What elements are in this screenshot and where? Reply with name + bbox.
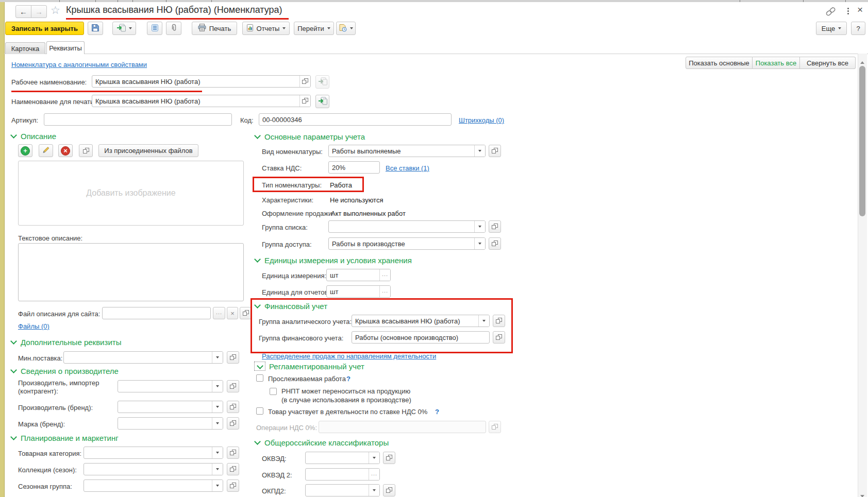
more-button[interactable]: Еще bbox=[816, 22, 847, 35]
collapse-all-button[interactable]: Свернуть все bbox=[800, 57, 856, 69]
unit-input[interactable]: шт... bbox=[326, 269, 391, 281]
min-supply-combo[interactable] bbox=[63, 351, 223, 364]
section-units[interactable]: Единицы измерения и условия хранения bbox=[255, 256, 412, 265]
section-description[interactable]: Описание bbox=[11, 132, 56, 141]
vat-rate-input[interactable]: 20% bbox=[328, 161, 380, 174]
vertical-scrollbar[interactable] bbox=[858, 54, 867, 497]
list-group-open-button[interactable] bbox=[489, 220, 501, 233]
combo-arrow[interactable] bbox=[474, 238, 485, 249]
save-button[interactable] bbox=[88, 22, 103, 35]
list-group-combo[interactable] bbox=[328, 220, 486, 233]
close-icon[interactable]: × bbox=[857, 4, 863, 15]
image-placeholder[interactable]: Добавить изображение bbox=[18, 161, 244, 226]
manufacturer-brand-combo[interactable] bbox=[118, 401, 223, 413]
section-planning[interactable]: Планирование и маркетинг bbox=[11, 434, 119, 442]
section-manufacturer[interactable]: Сведения о производителе bbox=[11, 367, 119, 375]
window-menu-icon[interactable] bbox=[846, 7, 850, 15]
print-name-input[interactable]: Крышка всасывания НЮ (работа) bbox=[92, 95, 311, 107]
okved-combo[interactable] bbox=[305, 452, 380, 464]
kind-combo[interactable]: Работы выполняемые bbox=[328, 145, 486, 157]
okpd2-combo[interactable] bbox=[305, 484, 380, 496]
copy-print-name-button[interactable] bbox=[315, 95, 329, 108]
fin-group-open-button[interactable] bbox=[493, 331, 505, 344]
scroll-down-icon[interactable] bbox=[860, 490, 864, 497]
save-and-close-button[interactable]: Записать и закрыть bbox=[5, 22, 84, 35]
open-icon[interactable] bbox=[299, 95, 310, 107]
manufacturer-brand-open-button[interactable] bbox=[227, 401, 239, 413]
report-unit-select-button[interactable]: ... bbox=[379, 286, 390, 297]
traceable-help-icon[interactable]: ? bbox=[346, 375, 350, 383]
product-category-open-button[interactable] bbox=[227, 447, 239, 459]
structure-button[interactable] bbox=[147, 22, 162, 35]
article-input[interactable] bbox=[44, 113, 232, 126]
open-icon[interactable] bbox=[299, 76, 310, 87]
access-group-open-button[interactable] bbox=[489, 237, 501, 250]
code-input[interactable]: 00-00000346 bbox=[259, 113, 452, 126]
site-file-open-button[interactable] bbox=[240, 307, 252, 319]
copy-to-related-menu-button[interactable] bbox=[112, 22, 136, 35]
barcodes-link[interactable]: Штрихкоды (0) bbox=[459, 116, 504, 124]
combo-arrow[interactable] bbox=[474, 145, 485, 157]
scroll-up-icon[interactable] bbox=[860, 57, 864, 66]
site-file-select-button[interactable]: ... bbox=[213, 307, 225, 319]
all-rates-link[interactable]: Все ставки (1) bbox=[386, 164, 429, 172]
combo-arrow[interactable] bbox=[212, 447, 223, 458]
analytic-group-open-button[interactable] bbox=[493, 315, 505, 327]
tab-details[interactable]: Реквизиты bbox=[46, 41, 85, 54]
site-file-input[interactable] bbox=[102, 307, 211, 319]
combo-arrow[interactable] bbox=[369, 452, 379, 464]
scrollbar-thumb[interactable] bbox=[859, 66, 865, 216]
goto-button[interactable]: Перейти bbox=[294, 22, 334, 35]
okved2-input[interactable]: ... bbox=[305, 468, 380, 481]
combo-arrow[interactable] bbox=[212, 464, 223, 475]
section-regulated[interactable]: Регламентированный учет bbox=[269, 362, 364, 371]
combo-arrow[interactable] bbox=[369, 485, 379, 496]
access-group-combo[interactable]: Работы в производстве bbox=[328, 237, 486, 250]
help-button[interactable]: ? bbox=[851, 22, 865, 35]
combo-arrow[interactable] bbox=[212, 381, 223, 392]
reports-button[interactable]: Отчеты bbox=[242, 22, 290, 35]
combo-arrow[interactable] bbox=[474, 221, 485, 232]
rnpt-checkbox[interactable] bbox=[270, 388, 277, 395]
min-supply-open-button[interactable] bbox=[227, 351, 239, 364]
mark-brand-combo[interactable] bbox=[118, 417, 223, 430]
from-attached-files-button[interactable]: Из присоединенных файлов bbox=[98, 144, 198, 157]
combo-arrow[interactable] bbox=[212, 401, 223, 413]
manufacturer-importer-open-button[interactable] bbox=[227, 380, 239, 392]
season-group-open-button[interactable] bbox=[227, 479, 239, 492]
favorite-star-icon[interactable]: ☆ bbox=[51, 4, 60, 16]
tab-card[interactable]: Карточка bbox=[5, 42, 45, 54]
okpd2-open-button[interactable] bbox=[383, 484, 395, 496]
manufacturer-importer-combo[interactable] bbox=[118, 380, 223, 392]
okved2-select-button[interactable]: ... bbox=[369, 469, 379, 480]
show-all-button[interactable]: Показать все bbox=[753, 57, 800, 69]
delete-image-button[interactable]: × bbox=[58, 144, 73, 157]
get-link-icon[interactable] bbox=[825, 6, 837, 19]
combo-arrow[interactable] bbox=[212, 352, 223, 363]
site-file-clear-button[interactable]: × bbox=[227, 307, 238, 319]
edit-image-button[interactable] bbox=[39, 144, 53, 157]
season-group-combo[interactable] bbox=[84, 479, 223, 492]
vat0-help-icon[interactable]: ? bbox=[435, 408, 439, 416]
add-image-button[interactable]: + bbox=[18, 144, 32, 157]
section-main-params[interactable]: Основные параметры учета bbox=[255, 132, 365, 141]
show-main-button[interactable]: Показать основные bbox=[686, 57, 753, 69]
traceable-checkbox[interactable] bbox=[256, 374, 263, 382]
change-history-button[interactable] bbox=[336, 22, 356, 35]
mark-brand-open-button[interactable] bbox=[227, 417, 239, 430]
collection-season-combo[interactable] bbox=[84, 463, 223, 475]
kind-open-button[interactable] bbox=[489, 145, 501, 157]
section-classifiers[interactable]: Общероссийские классификаторы bbox=[255, 438, 389, 447]
attachments-button[interactable] bbox=[166, 22, 181, 35]
forward-button[interactable]: → bbox=[31, 5, 47, 18]
section-additional[interactable]: Дополнительные реквизиты bbox=[11, 338, 121, 347]
back-button[interactable]: ← bbox=[15, 5, 31, 18]
text-description-textarea[interactable] bbox=[18, 243, 244, 301]
copy-working-name-button[interactable] bbox=[315, 75, 329, 89]
fin-group-input[interactable]: Работы (основное производство) bbox=[352, 331, 490, 344]
files-link[interactable]: Файлы (0) bbox=[18, 322, 49, 330]
open-image-button[interactable] bbox=[79, 144, 93, 157]
vat0-checkbox[interactable] bbox=[256, 407, 263, 415]
combo-arrow[interactable] bbox=[478, 315, 489, 327]
similar-nomenclature-link[interactable]: Номенклатура с аналогичными свойствами bbox=[11, 61, 147, 68]
